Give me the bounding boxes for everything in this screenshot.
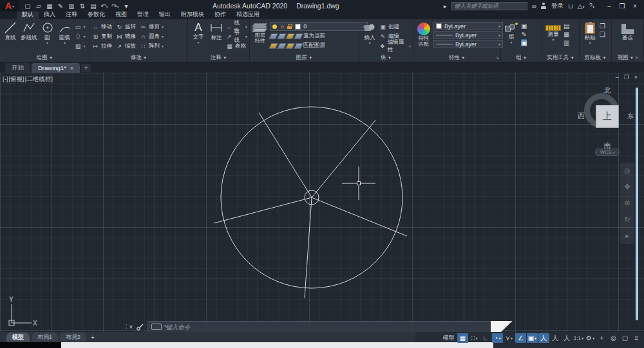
minimize-button[interactable]: – [603,3,616,10]
draw-tool-button[interactable]: 直线 [2,21,19,54]
plot-icon[interactable]: ▥ [67,3,76,10]
viewcube[interactable]: 北 南 西 东 上 WCS▾ [578,87,636,158]
sign-in-button[interactable]: 登录 [551,2,564,10]
layout-tab[interactable]: 模型 [6,333,30,342]
dialog-launcher-icon[interactable]: ↘ [495,54,499,61]
command-close-icon[interactable]: × [129,324,133,331]
copy-base-icon[interactable]: ❏ [600,31,605,38]
customize-quick-access-icon[interactable]: ▾ [122,3,131,10]
offset-icon[interactable] [165,42,173,50]
spoke-line-entity[interactable] [312,120,375,197]
transfer-icon[interactable]: ⇅ [78,3,87,10]
layer-thaw-sun-icon[interactable]: ☼ [279,24,285,29]
linetype-dropdown[interactable]: ByLayer ▾ [433,40,503,48]
command-input-box[interactable] [147,321,494,333]
snap-mode[interactable]: ∷▾ [469,333,480,343]
draw-tool-button[interactable]: 圆 ▾ [39,21,56,54]
object-color-dropdown[interactable]: ByLayer ▾ [433,22,503,30]
viewcube-top-face[interactable]: 上 [596,105,619,128]
quick-calc-icon[interactable]: ▦ [564,31,569,38]
draw-tool-button[interactable]: 圆弧 ▾ [57,21,73,54]
hamburger-menu[interactable]: ≡ [631,333,642,343]
vertical-scrollbar[interactable] [636,87,638,320]
base-point-button[interactable]: 基点 [620,21,636,54]
layout-tab[interactable]: 布局1 [32,333,58,342]
autocad-app-menu[interactable]: A▾ [0,0,19,12]
status-model-label[interactable]: 模型 [443,334,455,342]
workspace-switching[interactable]: ⚙▾ [585,333,596,343]
print-icon[interactable]: ▤ [89,3,98,10]
set-current-layer-button[interactable]: 置为当前 [270,32,368,41]
lineweight-dropdown[interactable]: ByLayer ▾ [433,31,503,39]
insert-block-button[interactable]: 插入 ▾ [361,21,378,54]
app-store-cart-icon[interactable]: ⊔ [568,3,573,10]
modify-tool-button[interactable]: ↻ 旋转 [116,23,136,31]
drawing-entities[interactable] [0,73,644,332]
new-layout-button[interactable]: + [88,334,97,341]
command-customize-wrench-icon[interactable] [137,324,144,331]
restore-button[interactable]: ❐ [616,3,629,10]
autodesk-exchange-icon[interactable]: △▾ [578,3,585,10]
dimension-button[interactable]: 标注 [208,21,225,54]
quick-select-icon[interactable]: ▤ [564,23,569,30]
new-file-icon[interactable]: ▢ [23,3,32,10]
panel-label-modify[interactable]: 修改 ▼ [90,54,187,62]
steering-wheel-icon[interactable]: ◎ [624,167,630,175]
modify-tool-button[interactable]: ↔ 移动 [92,23,112,31]
explode-icon[interactable] [165,32,173,41]
file-tab[interactable]: Drawing1* × [32,63,80,73]
search-input[interactable] [451,2,527,10]
customization[interactable]: + [596,333,607,343]
text-button[interactable]: A 文字 ▾ [190,21,207,54]
drawing-canvas[interactable]: [-] [俯视] [二维线框] – ❐ × 北 南 西 东 上 WCS▾ ◎✥⊕… [0,73,644,332]
orbit-icon[interactable]: ↻ [624,215,630,224]
measure-button[interactable]: 测量 ▾ [544,21,562,54]
modify-tool-button[interactable]: ⋈ 镜像 [116,32,136,41]
autoscale[interactable]: 人 [550,333,561,343]
user-icon[interactable] [541,3,547,9]
pan-icon[interactable]: ✥ [624,183,630,191]
polar-tracking[interactable]: ◔▾ [492,333,503,343]
group-edit-icon[interactable]: ✎ [521,31,527,38]
viewport-view-control[interactable]: [俯视] [8,75,24,84]
panel-label-utilities[interactable]: 实用工具 ▼ [542,54,579,62]
undo-icon[interactable]: ↶▾ [100,3,109,10]
modify-tool-button[interactable]: ⊞ 复制 [92,32,112,41]
hatch-icon[interactable]: ▨▾ [75,42,86,50]
layer-color-swatch[interactable] [295,24,301,30]
panel-label-block[interactable]: 块 ▼ [359,54,413,62]
panel-label-layers[interactable]: 图层 ▼ [250,54,359,62]
modify-tool-button[interactable]: ∩ 圆角 ▾ [140,32,164,41]
recent-commands-icon[interactable] [151,324,162,330]
annotation-scale-icon[interactable]: 人 [562,333,573,343]
object-snap[interactable]: ▣▾ [527,333,538,343]
grid-display[interactable]: ▦ [457,333,468,343]
isometric-drafting[interactable]: ⋎▾ [504,333,515,343]
ellipse-icon[interactable]: ⬯▾ [75,32,86,41]
draw-tool-button[interactable]: 多段线 [19,21,39,54]
erase-icon[interactable] [165,23,173,31]
layer-properties-button[interactable]: 图层特性 [252,21,269,54]
doc-minimize-icon[interactable]: – [616,74,619,80]
paste-button[interactable]: 粘贴 ▾ [582,21,598,54]
panel-label-properties[interactable]: 特性 ▼↘ [413,54,500,62]
panel-label-draw[interactable]: 绘图 ▼ [0,54,90,62]
match-properties-button[interactable]: 特性匹配 [415,21,432,54]
layout-tab[interactable]: 布局2 [60,333,86,342]
command-grip-handle[interactable]: ⁞ [126,324,127,330]
file-tab[interactable]: 开始 [5,63,30,73]
viewcube-east[interactable]: 东 [627,111,634,121]
isolate-objects[interactable]: ◎ [608,333,619,343]
layer-on-lightbulb-icon[interactable] [272,24,277,29]
panel-label-clipboard[interactable]: 剪贴板 ▼ [580,54,611,62]
viewcube-west[interactable]: 西 [578,111,585,121]
close-button[interactable]: × [629,3,641,10]
close-tab-icon[interactable]: × [70,65,73,71]
panel-label-annotation[interactable]: 注释 ▼ [188,54,249,62]
group-button[interactable]: * 组 ▾ [503,21,520,54]
new-tab-button[interactable]: + [81,64,91,72]
rectangle-icon[interactable]: ▭▾ [75,23,86,31]
modify-tool-button[interactable]: ✂ 修剪 ▾ [140,23,164,31]
layer-unlock-icon[interactable] [287,24,292,29]
viewport-visual-style-control[interactable]: [二维线框] [25,75,53,84]
